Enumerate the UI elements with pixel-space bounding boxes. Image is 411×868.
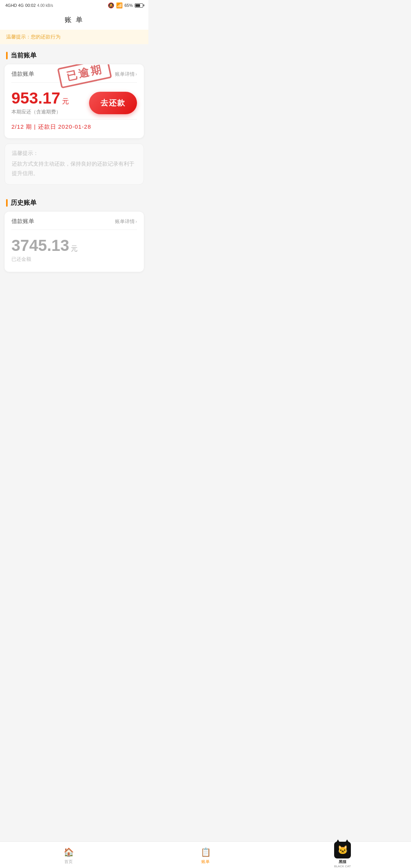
history-amount-line: 3745.13 元 bbox=[11, 238, 137, 254]
history-bill-card: 借款账单 账单详情 › 3745.13 元 已还金额 bbox=[5, 212, 144, 272]
speed: 4.00 kB/s bbox=[37, 3, 53, 8]
current-bill-amount: 953.17 bbox=[11, 89, 60, 107]
history-section-label: 历史账单 bbox=[11, 198, 37, 207]
battery-percent: 65% bbox=[124, 3, 133, 8]
current-bill-unit: 元 bbox=[62, 97, 69, 105]
current-bill-card: 借款账单 已逾期 账单详情 › 953.17 元 本期应还（含逾期费） 去还款 … bbox=[5, 64, 144, 138]
status-right: 🔕 📶 65% bbox=[108, 2, 143, 8]
page-title: 账 单 bbox=[65, 16, 84, 24]
current-bill-amount-block: 953.17 元 本期应还（含逾期费） bbox=[11, 90, 69, 115]
period-row: 2/12 期 | 还款日 2020-01-28 bbox=[5, 120, 144, 138]
stamp-text: 已逾期 bbox=[65, 64, 104, 83]
time: 00:02 bbox=[25, 3, 36, 8]
chevron-right-icon: › bbox=[135, 71, 137, 77]
history-bill-card-header: 借款账单 账单详情 › bbox=[5, 212, 144, 230]
history-bill-loan-label: 借款账单 bbox=[11, 218, 34, 225]
notice-bar: 温馨提示：您的还款行为 bbox=[0, 30, 148, 44]
current-bill-card-header: 借款账单 已逾期 账单详情 › bbox=[5, 64, 144, 82]
bell-icon: 🔕 bbox=[108, 2, 114, 8]
current-bill-loan-label: 借款账单 bbox=[11, 70, 34, 78]
history-chevron-right-icon: › bbox=[135, 219, 137, 224]
wifi-icon: 📶 bbox=[116, 2, 123, 8]
period-text: 2/12 期 | 还款日 2020-01-28 bbox=[11, 123, 91, 130]
history-section-title-bar bbox=[6, 199, 8, 207]
battery-icon bbox=[135, 3, 143, 8]
status-left: 4GHD 4G 00:02 4.00 kB/s bbox=[5, 3, 53, 8]
tip-card: 温馨提示： 还款方式支持主动还款，保持良好的还款记录有利于提升信用。 bbox=[5, 144, 144, 185]
section-title-bar bbox=[6, 52, 8, 59]
history-amount: 3745.13 bbox=[11, 236, 69, 254]
history-bill-detail-label: 账单详情 bbox=[115, 218, 135, 225]
status-bar: 4GHD 4G 00:02 4.00 kB/s 🔕 📶 65% bbox=[0, 0, 148, 10]
tip-title: 温馨提示： bbox=[12, 150, 137, 157]
overdue-stamp: 已逾期 bbox=[59, 64, 110, 83]
history-bill-detail-link[interactable]: 账单详情 › bbox=[115, 218, 137, 225]
current-bill-detail-label: 账单详情 bbox=[115, 71, 135, 78]
network-type: 4GHD 4G bbox=[5, 3, 24, 8]
current-section-title: 当前账单 bbox=[0, 44, 148, 64]
current-bill-amount-row: 953.17 元 本期应还（含逾期费） 去还款 bbox=[5, 83, 144, 119]
notice-text: 温馨提示：您的还款行为 bbox=[6, 34, 61, 40]
page-header: 账 单 bbox=[0, 10, 148, 30]
tip-content: 还款方式支持主动还款，保持良好的还款记录有利于提升信用。 bbox=[12, 159, 137, 178]
history-amount-label: 已还金额 bbox=[11, 256, 137, 263]
current-bill-amount-line: 953.17 元 bbox=[11, 90, 69, 106]
current-bill-detail-link[interactable]: 账单详情 › bbox=[115, 71, 137, 78]
history-section-title: 历史账单 bbox=[0, 191, 148, 212]
history-unit: 元 bbox=[71, 245, 78, 252]
history-amount-row: 3745.13 元 已还金额 bbox=[5, 230, 144, 272]
current-section-label: 当前账单 bbox=[11, 51, 37, 60]
pay-button[interactable]: 去还款 bbox=[89, 92, 137, 114]
current-bill-amount-label: 本期应还（含逾期费） bbox=[11, 108, 69, 115]
